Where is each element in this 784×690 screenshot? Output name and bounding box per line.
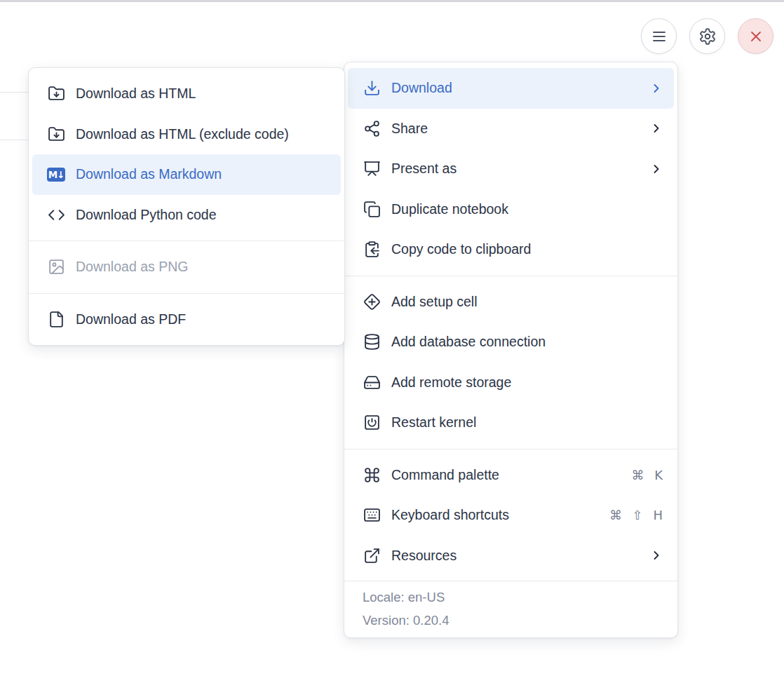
menu-item-present-as[interactable]: Present as (344, 149, 677, 189)
shortcut-hint: ⌘ ⇧ H (609, 508, 663, 522)
locale-text: Locale: en-US (363, 586, 659, 609)
menu-item-label: Download as PDF (76, 311, 330, 327)
menu-item-copy-code-to-clipboard[interactable]: Copy code to clipboard (344, 229, 677, 270)
menu-item-label: Add remote storage (391, 374, 663, 391)
menu-item-label: Restart kernel (391, 414, 663, 431)
menu-item-download-as-html-exclude-code[interactable]: Download as HTML (exclude code) (29, 114, 344, 155)
menu-item-download[interactable]: Download (348, 68, 674, 109)
menu-item-label: Share (391, 121, 639, 137)
chevron-right-icon (649, 81, 663, 95)
menu-item-download-python-code[interactable]: Download Python code (29, 195, 344, 236)
version-text: Version: 0.20.4 (363, 609, 659, 632)
page-divider-line (0, 92, 29, 93)
menu-divider (344, 449, 677, 449)
download-icon (363, 79, 381, 97)
x-icon (748, 28, 764, 45)
command-icon (363, 466, 381, 484)
menu-item-label: Download (391, 80, 639, 96)
menu-item-label: Add setup cell (391, 294, 663, 310)
page-divider-line (0, 140, 29, 140)
menu-item-label: Download as HTML (exclude code) (76, 126, 330, 142)
hard-drive-icon (363, 374, 381, 391)
menu-divider (344, 276, 677, 276)
chevron-right-icon (649, 548, 663, 562)
menu-item-label: Download as Markdown (76, 166, 330, 182)
settings-button[interactable] (689, 18, 725, 54)
menu-item-download-as-pdf[interactable]: Download as PDF (29, 299, 344, 340)
external-link-icon (363, 547, 381, 564)
menu-footer: Locale: en-US Version: 0.20.4 (344, 581, 677, 637)
menu-item-command-palette[interactable]: Command palette⌘ K (344, 455, 677, 496)
menu-item-label: Command palette (391, 467, 621, 483)
download-submenu: Download as HTMLDownload as HTML (exclud… (28, 67, 345, 346)
menu-item-download-as-html[interactable]: Download as HTML (29, 74, 344, 114)
menu-item-label: Add database connection (391, 334, 663, 350)
floating-toolbar (641, 18, 773, 54)
menu-item-resources[interactable]: Resources (344, 536, 677, 576)
menu-item-download-as-png[interactable]: Download as PNG (29, 247, 344, 288)
folder-down-icon (47, 126, 65, 143)
menu-divider (29, 293, 344, 294)
menu-item-add-setup-cell[interactable]: Add setup cell (344, 282, 677, 323)
shortcut-hint: ⌘ K (631, 468, 663, 482)
file-icon (47, 311, 65, 328)
clipboard-copy-icon (363, 241, 381, 258)
keyboard-icon (363, 506, 381, 524)
menu-item-keyboard-shortcuts[interactable]: Keyboard shortcuts⌘ ⇧ H (344, 495, 677, 536)
menu-item-label: Download as HTML (76, 86, 330, 102)
menu-item-label: Keyboard shortcuts (391, 507, 599, 523)
database-icon (363, 333, 381, 351)
menu-item-restart-kernel[interactable]: Restart kernel (344, 402, 677, 443)
menu-item-label: Copy code to clipboard (391, 241, 663, 257)
code-icon (47, 206, 65, 224)
presentation-icon (363, 160, 381, 177)
menu-item-label: Download Python code (76, 207, 330, 223)
menu-item-label: Download as PNG (76, 259, 330, 275)
diamond-plus-icon (363, 293, 381, 311)
gear-icon (698, 27, 717, 46)
hamburger-menu-icon (651, 28, 668, 45)
folder-down-icon (47, 85, 65, 102)
copy-icon (363, 201, 381, 218)
menu-item-label: Present as (391, 161, 639, 177)
menu-item-add-remote-storage[interactable]: Add remote storage (344, 363, 677, 403)
menu-divider (29, 241, 344, 241)
chevron-right-icon (649, 162, 663, 176)
menu-item-add-database-connection[interactable]: Add database connection (344, 322, 677, 363)
menu-item-duplicate-notebook[interactable]: Duplicate notebook (344, 189, 677, 230)
notebook-actions-menu: DownloadSharePresent asDuplicate noteboo… (344, 62, 678, 638)
image-icon (47, 258, 65, 276)
square-power-icon (363, 414, 381, 431)
menu-item-label: Resources (391, 548, 639, 564)
menu-item-download-as-markdown[interactable]: M↓Download as Markdown (32, 154, 341, 195)
chevron-right-icon (649, 121, 663, 135)
notebook-menu-button[interactable] (641, 18, 677, 54)
menu-item-label: Duplicate notebook (391, 201, 663, 217)
page-top-border (0, 0, 784, 2)
markdown-download-icon: M↓ (47, 168, 65, 182)
close-button[interactable] (738, 18, 773, 54)
share-icon (363, 120, 381, 137)
menu-item-share[interactable]: Share (344, 109, 677, 149)
